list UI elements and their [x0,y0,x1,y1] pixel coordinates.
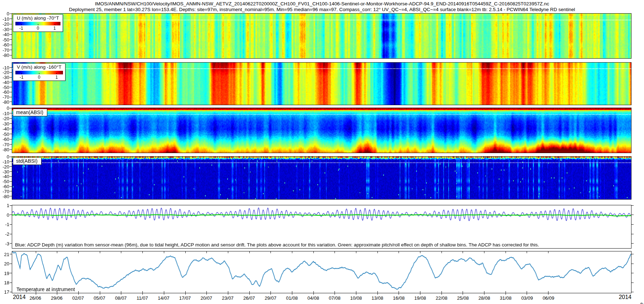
date-tick [100,251,100,253]
y-tick-label: 0 [7,212,9,217]
std-absi-label: std(ABSI) [13,157,42,165]
y-tick [10,215,12,215]
y-tick-label: 17 [4,289,9,295]
panel-temperature: Temperature at instrument 2120191817 [12,251,631,293]
x-tick-label: 23/07 [222,295,234,301]
x-tick-label: 06/09 [543,295,555,301]
y-tick-label: -70 [3,142,9,147]
surface-blank-dotted-line [12,20,631,20]
date-tick [57,251,57,253]
y-tick [10,45,12,45]
x-tick-label: 26/06 [30,295,42,301]
date-tick [548,251,548,253]
mean-absi-label: mean(ABSI) [13,109,47,116]
surface-blank-dotted-line [12,114,631,115]
y-tick [10,39,12,40]
y-tick-label: -60 [3,184,9,189]
date-tick [377,251,378,253]
y-tick [10,176,12,177]
y-tick-label: -40 [3,174,9,179]
y-tick-label: -50 [3,37,9,42]
x-tick-label: 14/07 [158,295,170,301]
y-tick [10,273,12,273]
v-colorbar [15,71,63,74]
y-tick [10,19,12,19]
y-tick-label: -10 [3,111,9,116]
y-tick-label: -30 [3,26,9,32]
y-tick [631,215,634,215]
panel-depth-variation: Blue: ADCP Depth (m) variation from sens… [12,205,631,249]
x-tick-label: 05/07 [94,295,106,301]
y-tick-label: -50 [3,131,9,137]
y-tick-label: -3 [5,241,9,246]
y-tick [10,92,12,92]
x-tick-label: 31/08 [500,295,512,301]
x-tick-label: 07/08 [329,295,341,301]
y-tick-label: -80 [3,193,9,199]
y-tick [10,234,12,234]
adcp-figure: IMOS/ANMN/NSW/CH100/Velocity/IMOS_ANMN-N… [0,0,644,304]
y-tick [10,264,12,264]
y-tick-label: -40 [3,32,9,37]
figure-title-line2: Deployment 25, member 1 lat=30.27S lon=1… [0,7,644,12]
y-tick [631,205,634,206]
y-tick-label: -10 [3,16,9,21]
y-tick [10,181,12,182]
y-tick [10,67,12,68]
temperature-canvas [12,251,631,293]
x-tick-label: 22/08 [436,295,448,301]
date-tick [420,251,420,253]
year-label-left: 2014 [13,294,26,300]
date-tick [206,251,207,253]
y-tick [10,196,12,196]
colorbar-tick-label: 1 [55,75,58,80]
y-tick [10,171,12,172]
y-tick [10,82,12,82]
x-tick-label: 04/08 [307,295,319,301]
imos-watermark: © IMOS 20-Dec-2024 19:54:52 Hobart time [639,303,644,304]
y-tick [10,77,12,78]
y-tick-label: -80 [3,99,9,104]
y-tick [631,243,634,244]
date-tick [463,251,463,253]
y-tick [10,292,12,292]
v-legend-title: V (m/s) along -160°T [15,64,63,71]
y-tick-label: -1 [5,222,9,227]
u-colorbar-legend: U (m/s) along -70°T -101 [13,14,63,32]
date-tick [249,251,250,253]
panel-u-velocity: U (m/s) along -70°T -101 0-10-20-30-40-5… [12,13,631,59]
y-tick [631,292,634,292]
x-tick-label: 01/08 [286,295,298,301]
y-tick-label: 19 [4,270,9,276]
x-tick-label: 28/08 [478,295,490,301]
y-tick [10,254,12,254]
v-colorbar-legend: V (m/s) along -160°T -101 [13,63,65,81]
y-tick [10,29,12,29]
y-tick-label: -80 [3,147,9,152]
panel-v-velocity: V (m/s) along -160°T -101 -10-20-30-40-5… [12,62,631,105]
v-colorbar-ticks: -101 [15,74,63,79]
y-tick-label: 18 [4,280,9,285]
u-legend-title: U (m/s) along -70°T [15,15,60,22]
x-tick-label: 13/08 [372,295,384,301]
x-tick-label: 26/07 [243,295,255,301]
y-tick [10,72,12,73]
date-tick [313,251,314,253]
y-tick-label: -70 [3,188,9,194]
y-tick-label: 20 [4,261,9,266]
y-tick [10,123,12,124]
y-tick [10,134,12,134]
y-tick [10,50,12,50]
date-tick [292,251,292,253]
y-tick [10,166,12,167]
y-tick-label: -50 [3,179,9,184]
date-tick [527,251,527,253]
y-tick [10,118,12,119]
date-tick [506,251,506,253]
colorbar-tick-label: 0 [38,75,40,80]
y-tick-label: -30 [3,121,9,126]
y-tick-label: -70 [3,47,9,53]
panel-mean-absi: mean(ABSI) 0-10-20-30-40-50-60-70-80 [12,108,631,153]
date-tick [441,251,442,253]
colorbar-tick-label: -1 [19,26,23,31]
